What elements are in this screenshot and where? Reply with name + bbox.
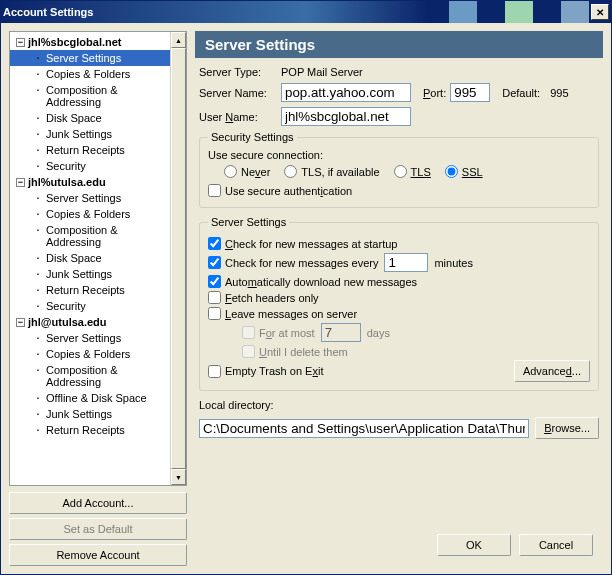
user-name-label: User Name: bbox=[199, 111, 277, 123]
ok-button[interactable]: OK bbox=[437, 534, 511, 556]
tree-item[interactable]: Disk Space bbox=[10, 110, 170, 126]
secure-auth-checkbox[interactable]: Use secure authentication bbox=[208, 184, 352, 197]
port-label: Port: bbox=[423, 87, 446, 99]
tree-item[interactable]: Server Settings bbox=[10, 190, 170, 206]
tree-item[interactable]: Server Settings bbox=[10, 50, 170, 66]
right-panel: Server Settings Server Type: POP Mail Se… bbox=[195, 31, 603, 566]
titlebar: Account Settings ✕ bbox=[1, 1, 611, 23]
tree-account[interactable]: −jhl%sbcglobal.net bbox=[10, 34, 170, 50]
leave-on-server[interactable]: Leave messages on server bbox=[208, 307, 357, 320]
panel-header: Server Settings bbox=[195, 31, 603, 58]
radio-never[interactable]: Never bbox=[224, 165, 270, 178]
tree-item[interactable]: Copies & Folders bbox=[10, 206, 170, 222]
close-button[interactable]: ✕ bbox=[591, 4, 609, 20]
tree-account[interactable]: −jhl@utulsa.edu bbox=[10, 314, 170, 330]
tree-item[interactable]: Composition & Addressing bbox=[10, 82, 170, 110]
tree-item[interactable]: Junk Settings bbox=[10, 126, 170, 142]
server-settings-legend: Server Settings bbox=[208, 216, 289, 228]
scroll-up-button[interactable]: ▲ bbox=[171, 32, 186, 48]
radio-tls-available[interactable]: TLS, if available bbox=[284, 165, 379, 178]
browse-button[interactable]: Browse... bbox=[535, 417, 599, 439]
days-input bbox=[321, 323, 361, 342]
add-account-button[interactable]: Add Account... bbox=[9, 492, 187, 514]
tree-item[interactable]: Copies & Folders bbox=[10, 346, 170, 362]
check-interval-input[interactable] bbox=[384, 253, 428, 272]
server-settings-group: Server Settings Check for new messages a… bbox=[199, 216, 599, 391]
tree-item[interactable]: Offline & Disk Space bbox=[10, 390, 170, 406]
security-legend: Security Settings bbox=[208, 131, 297, 143]
left-panel: −jhl%sbcglobal.netServer SettingsCopies … bbox=[9, 31, 187, 566]
collapse-icon[interactable]: − bbox=[16, 178, 25, 187]
tree-item[interactable]: Return Receipts bbox=[10, 142, 170, 158]
radio-tls[interactable]: TLS bbox=[394, 165, 431, 178]
account-settings-dialog: Account Settings ✕ −jhl%sbcglobal.netSer… bbox=[0, 0, 612, 575]
local-directory-input[interactable] bbox=[199, 419, 529, 438]
tree-item[interactable]: Disk Space bbox=[10, 250, 170, 266]
collapse-icon[interactable]: − bbox=[16, 38, 25, 47]
tree-scrollbar[interactable]: ▲ ▼ bbox=[170, 32, 186, 485]
port-default-value: 995 bbox=[550, 87, 568, 99]
for-at-most: For at most bbox=[242, 326, 315, 339]
tree-item[interactable]: Return Receipts bbox=[10, 422, 170, 438]
tree-item[interactable]: Security bbox=[10, 158, 170, 174]
tree-item[interactable]: Composition & Addressing bbox=[10, 222, 170, 250]
until-delete: Until I delete them bbox=[242, 345, 348, 358]
fetch-headers[interactable]: Fetch headers only bbox=[208, 291, 319, 304]
port-default-label: Default: bbox=[502, 87, 540, 99]
use-secure-label: Use secure connection: bbox=[208, 149, 590, 161]
tree-item[interactable]: Security bbox=[10, 298, 170, 314]
tree-item[interactable]: Composition & Addressing bbox=[10, 362, 170, 390]
check-every[interactable]: Check for new messages every bbox=[208, 256, 378, 269]
tree-item[interactable]: Return Receipts bbox=[10, 282, 170, 298]
tree-account[interactable]: −jhl%utulsa.edu bbox=[10, 174, 170, 190]
port-input[interactable] bbox=[450, 83, 490, 102]
account-tree[interactable]: −jhl%sbcglobal.netServer SettingsCopies … bbox=[9, 31, 187, 486]
advanced-button[interactable]: Advanced... bbox=[514, 360, 590, 382]
server-name-input[interactable] bbox=[281, 83, 411, 102]
window-title: Account Settings bbox=[3, 6, 93, 18]
auto-download[interactable]: Automatically download new messages bbox=[208, 275, 417, 288]
tree-item[interactable]: Junk Settings bbox=[10, 406, 170, 422]
scroll-thumb[interactable] bbox=[171, 48, 186, 469]
remove-account-button[interactable]: Remove Account bbox=[9, 544, 187, 566]
local-directory-label: Local directory: bbox=[199, 399, 599, 411]
security-settings-group: Security Settings Use secure connection:… bbox=[199, 131, 599, 208]
collapse-icon[interactable]: − bbox=[16, 318, 25, 327]
tree-item[interactable]: Copies & Folders bbox=[10, 66, 170, 82]
server-type-label: Server Type: bbox=[199, 66, 277, 78]
radio-ssl[interactable]: SSL bbox=[445, 165, 483, 178]
minutes-label: minutes bbox=[434, 257, 473, 269]
titlebar-decoration bbox=[449, 1, 589, 23]
user-name-input[interactable] bbox=[281, 107, 411, 126]
check-startup[interactable]: Check for new messages at startup bbox=[208, 237, 397, 250]
server-name-label: Server Name: bbox=[199, 87, 277, 99]
tree-item[interactable]: Junk Settings bbox=[10, 266, 170, 282]
days-label: days bbox=[367, 327, 390, 339]
empty-trash[interactable]: Empty Trash on Exit bbox=[208, 365, 323, 378]
tree-item[interactable]: Server Settings bbox=[10, 330, 170, 346]
server-type-value: POP Mail Server bbox=[281, 66, 363, 78]
scroll-down-button[interactable]: ▼ bbox=[171, 469, 186, 485]
cancel-button[interactable]: Cancel bbox=[519, 534, 593, 556]
set-default-button[interactable]: Set as Default bbox=[9, 518, 187, 540]
